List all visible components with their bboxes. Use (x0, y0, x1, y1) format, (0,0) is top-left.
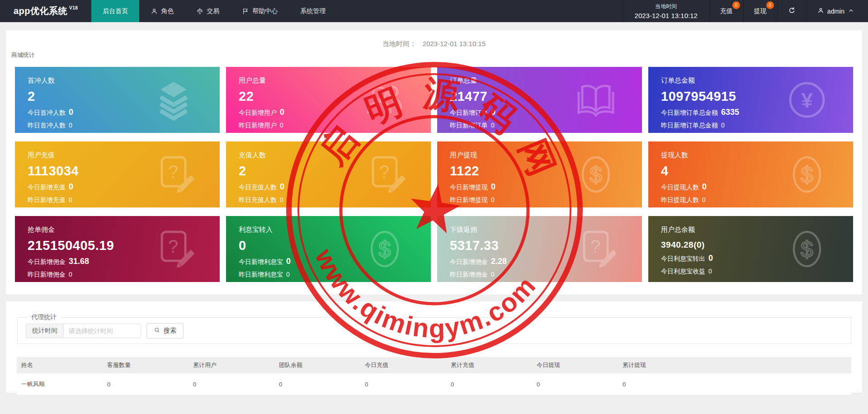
nav-menu: 后台首页角色交易帮助中心系统管理 (91, 0, 337, 22)
recharge-button[interactable]: 充值 0 (710, 0, 744, 22)
admin-menu[interactable]: admin (807, 0, 868, 22)
agent-table-header-row: 姓名客服数量累计用户团队余额今日充值累计充值今日提现累计提现 (17, 357, 851, 373)
page-local-time: 当地时间：2023-12-01 13:10:15 (6, 30, 862, 48)
app-logo: app优化系统 V18 (0, 0, 91, 22)
stat-line-value: 0 (491, 196, 495, 203)
shop-stats-panel: 当地时间：2023-12-01 13:10:15 商城统计 首冲人数2今日首冲人… (6, 30, 862, 295)
stat-line-value: 0 (491, 271, 495, 278)
local-time-value: 2023-12-01 13:10:12 (635, 12, 698, 19)
stat-line-value: 0 (721, 122, 725, 129)
svg-text:?: ? (590, 236, 600, 256)
table-header-cell: 累计提现 (618, 357, 851, 373)
agent-stats-panel: 代理统计 统计时间 搜索 姓名客服数量累计用户团队余额今日充值累计充值今日提现累… (6, 301, 862, 393)
page-local-time-value: 2023-12-01 13:10:15 (423, 40, 486, 47)
stat-time-input[interactable] (63, 324, 141, 338)
stat-card-yesterday-line: 昨日新增用户0 (239, 122, 418, 130)
menu-item-trade[interactable]: 交易 (185, 0, 231, 22)
agent-stats-fieldset: 代理统计 统计时间 搜索 (17, 313, 851, 344)
table-header-cell: 累计用户 (189, 357, 274, 373)
refresh-button[interactable] (778, 0, 807, 22)
dollar-circle-icon: $ (362, 226, 407, 272)
top-navbar: app优化系统 V18 后台首页角色交易帮助中心系统管理 当地时间 2023-1… (0, 0, 868, 22)
svg-text:$: $ (378, 237, 391, 262)
stat-line-label: 今日利息宝转出 (661, 255, 705, 263)
stat-card: 用户总量22今日新增用户0昨日新增用户0 (226, 67, 431, 133)
stat-card: 抢单佣金215150405.19今日新增佣金31.68昨日新增佣金0? (15, 216, 220, 282)
menu-item-label: 角色 (161, 7, 174, 15)
search-button[interactable]: 搜索 (146, 323, 184, 339)
stat-card: 充值人数2今日充值人数0昨日充值人数0? (226, 141, 431, 207)
scales-icon (196, 8, 203, 15)
stat-line-value: 0 (286, 271, 290, 278)
svg-text:¥: ¥ (801, 89, 813, 112)
dollar-circle-icon: $ (573, 152, 618, 197)
menu-item-label: 后台首页 (103, 7, 128, 15)
stat-line-value: 0 (702, 182, 707, 192)
table-header-cell: 累计充值 (446, 357, 532, 373)
table-header-cell: 客服数量 (103, 357, 189, 373)
stat-card-yesterday-line: 昨日新增订单0 (450, 122, 629, 130)
chevron-up-icon (848, 7, 854, 15)
stat-line-label: 今日新增充值 (28, 183, 66, 192)
table-cell: 0 (103, 373, 189, 395)
withdraw-label: 提现 (754, 7, 767, 15)
stat-line-value: 31.68 (69, 257, 89, 266)
stat-line-value: 0 (280, 196, 283, 203)
stat-card: 订单总量21477今日新增订单0昨日新增订单0 (437, 67, 642, 133)
menu-item-roles[interactable]: 角色 (139, 0, 185, 22)
stat-line-value: 0 (69, 182, 73, 192)
table-cell: 0 (532, 373, 618, 395)
navbar-right: 当地时间 2023-12-01 13:10:12 充值 0 提现 0 admin (623, 0, 868, 22)
stat-card: 用户充值1113034今日新增充值0昨日新增充值0? (15, 141, 220, 207)
stat-line-label: 昨日新增用户 (239, 122, 277, 130)
svg-text:$: $ (801, 162, 813, 188)
stat-line-label: 昨日新增订单总金额 (661, 122, 718, 130)
local-time-label: 当地时间 (655, 3, 677, 10)
agent-table-body: 一帆风顺0000000 (17, 373, 851, 395)
stat-line-label: 昨日新增充值 (28, 196, 66, 204)
stat-line-label: 今日利息宝收益 (661, 268, 705, 276)
flag-icon (242, 8, 249, 15)
withdraw-button[interactable]: 提现 0 (744, 0, 778, 22)
svg-text:?: ? (168, 236, 178, 256)
recharge-label: 充值 (720, 7, 733, 15)
stat-line-value: 0 (286, 257, 291, 266)
table-header-cell: 姓名 (17, 357, 103, 373)
stat-line-value: 0 (708, 268, 712, 275)
table-header-cell: 今日提现 (532, 357, 618, 373)
stat-card: 用户总余额3940.28(0)今日利息宝转出0今日利息宝收益0$ (648, 216, 853, 282)
table-header-cell: 团队余额 (274, 357, 360, 373)
stat-card: 用户提现1122今日新增提现0昨日新增提现0$ (437, 141, 642, 207)
users-icon (362, 77, 407, 122)
menu-item-label: 交易 (207, 7, 219, 15)
table-cell: 0 (274, 373, 360, 395)
menu-item-home[interactable]: 后台首页 (91, 0, 139, 22)
dollar-circle-icon: $ (784, 152, 830, 197)
person-icon (817, 7, 824, 15)
stat-line-label: 今日新增提现 (450, 183, 488, 192)
dollar-circle-icon: $ (784, 226, 830, 272)
stat-line-label: 今日新增利息宝 (239, 258, 283, 266)
stat-line-label: 今日首冲人数 (28, 109, 66, 117)
withdraw-badge: 0 (766, 1, 774, 9)
table-row: 一帆风顺0000000 (17, 373, 851, 395)
stat-line-label: 今日提现人数 (661, 183, 699, 192)
table-cell: 0 (360, 373, 446, 395)
local-time-block: 当地时间 2023-12-01 13:10:12 (623, 0, 710, 22)
menu-item-label: 系统管理 (300, 7, 326, 15)
stat-time-label: 统计时间 (26, 324, 63, 338)
doc-question-icon: ? (151, 226, 196, 272)
menu-item-system[interactable]: 系统管理 (289, 0, 337, 22)
stat-line-value: 2.28 (491, 257, 507, 266)
doc-question-icon: ? (362, 152, 407, 197)
agent-table: 姓名客服数量累计用户团队余额今日充值累计充值今日提现累计提现 一帆风顺00000… (17, 357, 851, 395)
stat-line-label: 昨日充值人数 (239, 196, 277, 204)
stat-line-label: 今日新增订单总金额 (661, 109, 718, 117)
doc-question-icon: ? (573, 226, 618, 272)
person-icon (151, 8, 158, 15)
menu-item-help[interactable]: 帮助中心 (231, 0, 289, 22)
search-button-label: 搜索 (164, 327, 176, 335)
stat-line-label: 昨日新增佣金 (450, 271, 488, 279)
stat-card-yesterday-line: 昨日新增提现0 (450, 196, 629, 204)
stat-card: 利息宝转入0今日新增利息宝0昨日新增利息宝0$ (226, 216, 431, 282)
